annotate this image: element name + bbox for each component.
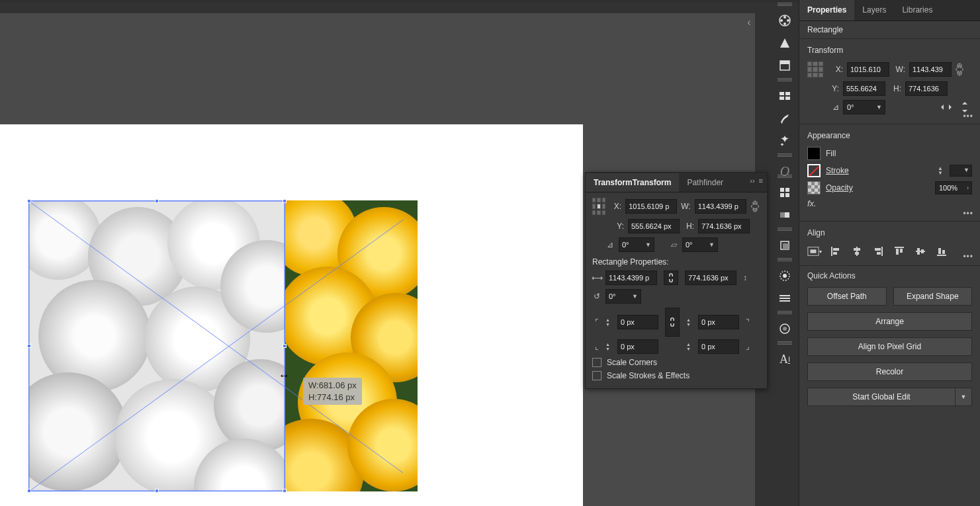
artboards-panel-icon[interactable] bbox=[774, 54, 796, 77]
tab-libraries[interactable]: Libraries bbox=[894, 0, 940, 21]
dimension-tooltip: W:681.06 px H:774.16 px bbox=[303, 378, 362, 405]
panel-grip-icon[interactable] bbox=[778, 258, 792, 262]
selection-handle[interactable] bbox=[27, 344, 31, 348]
swatches-panel-icon[interactable] bbox=[774, 181, 796, 204]
appearance-panel-icon[interactable] bbox=[774, 265, 796, 287]
flip-horizontal-button[interactable] bbox=[939, 100, 954, 114]
panel-grip-icon[interactable] bbox=[778, 153, 792, 157]
corner-tr-input[interactable] bbox=[698, 315, 739, 329]
align-hcenter-button[interactable] bbox=[850, 244, 864, 259]
selection-handle[interactable] bbox=[283, 199, 287, 203]
tab-transform[interactable]: TransformTransform bbox=[586, 173, 679, 192]
w-input[interactable] bbox=[695, 199, 746, 214]
gradient-panel-icon[interactable] bbox=[774, 204, 796, 226]
svg-rect-39 bbox=[900, 249, 903, 253]
start-global-edit-button[interactable]: Start Global Edit bbox=[807, 388, 955, 406]
add-effect-button[interactable]: fx. bbox=[807, 198, 822, 212]
align-bottom-button[interactable] bbox=[934, 244, 949, 259]
constrain-proportions-icon[interactable] bbox=[956, 62, 969, 77]
stroke-weight-select[interactable]: ▼ bbox=[950, 165, 972, 177]
rect-height-input[interactable] bbox=[685, 271, 736, 285]
w-input[interactable] bbox=[909, 62, 952, 77]
y-input[interactable] bbox=[628, 219, 680, 233]
width-icon: ⟷ bbox=[592, 273, 601, 282]
asset-export-panel-icon[interactable] bbox=[774, 85, 796, 107]
link-dimensions-button[interactable] bbox=[664, 271, 678, 285]
transform-panel[interactable]: TransformTransform Pathfinder ›› ≡ X: W:… bbox=[585, 172, 768, 389]
h-input[interactable] bbox=[698, 219, 750, 233]
shear-input[interactable]: 0°▼ bbox=[682, 237, 718, 252]
opacity-swatch[interactable] bbox=[807, 181, 821, 194]
transform-more-options[interactable]: ••• bbox=[963, 112, 973, 121]
tab-pathfinder[interactable]: Pathfinder bbox=[679, 173, 731, 192]
offset-path-button[interactable]: Offset Path bbox=[807, 287, 887, 306]
panel-collapse-icon[interactable]: ›› bbox=[750, 177, 754, 185]
scale-strokes-checkbox[interactable] bbox=[592, 371, 601, 380]
appearance-more-options[interactable]: ••• bbox=[963, 209, 973, 218]
rect-width-input[interactable] bbox=[605, 271, 657, 285]
expand-shape-button[interactable]: Expand Shape bbox=[893, 287, 973, 306]
rect-rotation-input[interactable]: 0°▼ bbox=[605, 289, 641, 304]
selection-handle[interactable] bbox=[283, 489, 287, 493]
corner-br-input[interactable] bbox=[698, 339, 739, 354]
selection-handle[interactable] bbox=[155, 489, 159, 493]
x-input[interactable] bbox=[847, 62, 889, 77]
panel-grip-icon[interactable] bbox=[778, 228, 792, 232]
reference-point-selector[interactable] bbox=[592, 198, 605, 215]
align-left-button[interactable] bbox=[828, 244, 843, 259]
selection-handle[interactable] bbox=[155, 199, 159, 203]
opacity-input[interactable]: 100%› bbox=[935, 181, 972, 194]
rotation-input[interactable]: 0°▼ bbox=[843, 100, 885, 114]
corner-bl-input[interactable] bbox=[617, 339, 658, 354]
panel-grip-icon[interactable] bbox=[778, 175, 792, 179]
svg-rect-34 bbox=[881, 247, 883, 256]
align-more-options[interactable]: ••• bbox=[963, 252, 973, 261]
h-input[interactable] bbox=[905, 81, 948, 96]
links-panel-icon[interactable] bbox=[774, 317, 796, 340]
svg-rect-41 bbox=[917, 248, 920, 255]
selection-bounding-box[interactable] bbox=[28, 200, 285, 491]
panel-collapse-chevron[interactable]: ‹ bbox=[743, 17, 755, 28]
align-to-pixel-grid-button[interactable]: Align to Pixel Grid bbox=[807, 337, 972, 356]
image-color-half bbox=[285, 200, 418, 491]
align-vcenter-button[interactable] bbox=[913, 244, 928, 259]
tab-layers[interactable]: Layers bbox=[854, 0, 894, 21]
color-panel-icon[interactable] bbox=[774, 9, 796, 32]
brushes-panel-icon[interactable] bbox=[774, 107, 796, 130]
align-top-button[interactable] bbox=[892, 244, 907, 259]
tab-properties[interactable]: Properties bbox=[799, 0, 854, 21]
align-right-button[interactable] bbox=[871, 244, 885, 259]
panel-grip-icon[interactable] bbox=[778, 78, 792, 82]
stroke-label[interactable]: Stroke bbox=[824, 166, 931, 175]
panel-grip-icon[interactable] bbox=[778, 3, 792, 7]
corner-tl-input[interactable] bbox=[617, 315, 658, 329]
reference-point-selector[interactable] bbox=[807, 62, 823, 77]
start-global-edit-dropdown[interactable]: ▼ bbox=[955, 388, 972, 406]
svg-rect-7 bbox=[780, 92, 784, 95]
svg-rect-29 bbox=[833, 248, 839, 251]
align-to-button[interactable]: ▾ bbox=[807, 244, 822, 259]
color-guide-panel-icon[interactable] bbox=[774, 32, 796, 54]
character-panel-icon[interactable]: AI bbox=[774, 348, 796, 370]
panel-grip-icon[interactable] bbox=[778, 311, 792, 315]
panel-grip-icon[interactable] bbox=[778, 341, 792, 345]
link-corners-button[interactable] bbox=[665, 308, 680, 337]
fill-swatch[interactable] bbox=[807, 147, 821, 160]
scale-corners-checkbox[interactable] bbox=[592, 358, 601, 367]
reset-rotation-icon[interactable]: ↺ bbox=[592, 292, 601, 301]
opacity-label[interactable]: Opacity bbox=[824, 183, 931, 192]
constrain-proportions-icon[interactable] bbox=[750, 200, 760, 213]
y-input[interactable] bbox=[843, 81, 885, 96]
selection-handle[interactable] bbox=[283, 344, 287, 348]
svg-rect-14 bbox=[785, 193, 789, 197]
stroke-weight-stepper[interactable]: ▲▼ bbox=[935, 166, 946, 175]
recolor-button[interactable]: Recolor bbox=[807, 362, 972, 381]
rotation-input[interactable]: 0°▼ bbox=[619, 237, 654, 252]
symbols-panel-icon[interactable] bbox=[774, 130, 796, 152]
graphic-styles-panel-icon[interactable] bbox=[774, 287, 796, 310]
arrange-button[interactable]: Arrange bbox=[807, 312, 972, 331]
stroke-swatch[interactable] bbox=[807, 164, 821, 177]
panel-menu-icon[interactable]: ≡ bbox=[759, 177, 763, 185]
transparency-panel-icon[interactable] bbox=[774, 234, 796, 257]
x-input[interactable] bbox=[625, 199, 677, 214]
